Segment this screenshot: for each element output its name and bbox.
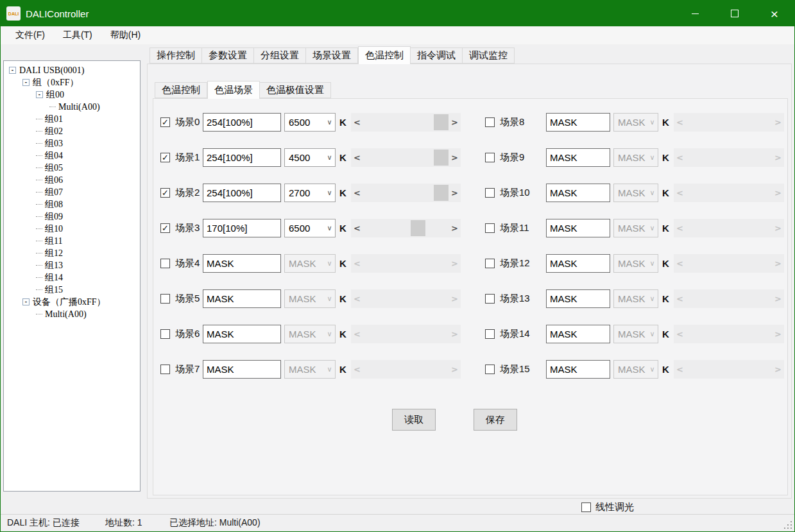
scroll-left-icon[interactable]: < bbox=[351, 184, 363, 202]
scene-brightness-scrollbar[interactable]: < > bbox=[351, 148, 461, 167]
scene-brightness-scrollbar[interactable]: < > bbox=[674, 184, 784, 202]
scene-checkbox[interactable] bbox=[485, 117, 495, 127]
scroll-right-icon[interactable]: > bbox=[449, 219, 461, 237]
scene-cct-dropdown[interactable]: MASK ∨ bbox=[284, 325, 336, 343]
scroll-left-icon[interactable]: < bbox=[351, 360, 363, 379]
tree-item[interactable]: 组07 bbox=[4, 186, 140, 198]
tab-参数设置[interactable]: 参数设置 bbox=[202, 47, 254, 64]
scene-checkbox[interactable] bbox=[485, 188, 495, 198]
scene-cct-dropdown[interactable]: 6500 ∨ bbox=[284, 219, 336, 237]
tree-item[interactable]: -组（0xFF） bbox=[4, 76, 140, 89]
scene-brightness-scrollbar[interactable]: < > bbox=[351, 184, 461, 202]
scene-level-input[interactable] bbox=[203, 113, 281, 132]
tree-item[interactable]: 组12 bbox=[4, 247, 140, 259]
scene-checkbox[interactable] bbox=[485, 259, 495, 268]
scroll-right-icon[interactable]: > bbox=[772, 325, 784, 343]
scrollbar-track[interactable] bbox=[686, 325, 772, 343]
tab-操作控制[interactable]: 操作控制 bbox=[150, 47, 202, 64]
scrollbar-track[interactable] bbox=[363, 148, 449, 167]
maximize-button[interactable] bbox=[715, 1, 755, 26]
scene-cct-dropdown[interactable]: MASK ∨ bbox=[613, 113, 658, 132]
scroll-left-icon[interactable]: < bbox=[351, 148, 363, 167]
scene-level-input[interactable] bbox=[546, 325, 610, 343]
scroll-left-icon[interactable]: < bbox=[351, 254, 363, 273]
scroll-left-icon[interactable]: < bbox=[674, 360, 686, 379]
scene-checkbox[interactable] bbox=[160, 259, 170, 268]
scroll-left-icon[interactable]: < bbox=[351, 325, 363, 343]
tree-item[interactable]: -DALI USB(0001) bbox=[4, 64, 140, 76]
scene-brightness-scrollbar[interactable]: < > bbox=[674, 289, 784, 308]
scene-brightness-scrollbar[interactable]: < > bbox=[351, 254, 461, 273]
scene-level-input[interactable] bbox=[546, 113, 610, 132]
scene-cct-dropdown[interactable]: MASK ∨ bbox=[613, 148, 658, 167]
tree-item[interactable]: 组02 bbox=[4, 125, 140, 137]
tab-色温控制[interactable]: 色温控制 bbox=[358, 46, 411, 64]
scene-checkbox[interactable] bbox=[485, 223, 495, 233]
scene-checkbox[interactable] bbox=[485, 365, 495, 374]
scroll-right-icon[interactable]: > bbox=[772, 113, 784, 132]
scrollbar-track[interactable] bbox=[363, 219, 449, 237]
close-button[interactable]: × bbox=[755, 1, 794, 26]
scroll-right-icon[interactable]: > bbox=[772, 219, 784, 237]
scroll-thumb[interactable] bbox=[411, 220, 425, 236]
scroll-left-icon[interactable]: < bbox=[674, 148, 686, 167]
scene-level-input[interactable] bbox=[203, 254, 281, 273]
linear-dimming-checkbox[interactable] bbox=[581, 502, 591, 512]
scroll-right-icon[interactable]: > bbox=[449, 254, 461, 273]
scene-level-input[interactable] bbox=[546, 289, 610, 308]
scene-checkbox[interactable] bbox=[485, 329, 495, 339]
scene-level-input[interactable] bbox=[203, 184, 281, 202]
scene-cct-dropdown[interactable]: MASK ∨ bbox=[613, 360, 658, 379]
tree-item[interactable]: -设备（广播0xFF） bbox=[4, 296, 140, 308]
scroll-right-icon[interactable]: > bbox=[772, 184, 784, 202]
scene-brightness-scrollbar[interactable]: < > bbox=[674, 254, 784, 273]
scene-checkbox[interactable]: ✓ bbox=[160, 153, 170, 162]
tree-expander-icon[interactable]: - bbox=[36, 91, 43, 98]
scene-level-input[interactable] bbox=[546, 219, 610, 237]
scroll-left-icon[interactable]: < bbox=[674, 184, 686, 202]
save-button[interactable]: 保存 bbox=[474, 409, 517, 431]
scroll-right-icon[interactable]: > bbox=[772, 289, 784, 308]
scroll-left-icon[interactable]: < bbox=[674, 219, 686, 237]
tree-item[interactable]: -组00 bbox=[4, 89, 140, 101]
scrollbar-track[interactable] bbox=[686, 254, 772, 273]
scene-checkbox[interactable] bbox=[160, 329, 170, 339]
tree-expander-icon[interactable]: - bbox=[22, 298, 30, 305]
scene-cct-dropdown[interactable]: 6500 ∨ bbox=[284, 113, 336, 132]
scene-cct-dropdown[interactable]: MASK ∨ bbox=[284, 360, 336, 379]
menu-item[interactable]: 文件(F) bbox=[6, 26, 54, 44]
scene-checkbox[interactable]: ✓ bbox=[160, 223, 170, 233]
tree-item[interactable]: 组06 bbox=[4, 174, 140, 186]
tree-item[interactable]: 组14 bbox=[4, 271, 140, 284]
scene-level-input[interactable] bbox=[203, 148, 281, 167]
scene-level-input[interactable] bbox=[203, 289, 281, 308]
scrollbar-track[interactable] bbox=[363, 325, 449, 343]
scene-checkbox[interactable] bbox=[160, 294, 170, 304]
scrollbar-track[interactable] bbox=[363, 289, 449, 308]
scrollbar-track[interactable] bbox=[363, 360, 449, 379]
tree-item[interactable]: 组01 bbox=[4, 113, 140, 125]
tree-item[interactable]: 组10 bbox=[4, 223, 140, 235]
scene-cct-dropdown[interactable]: MASK ∨ bbox=[613, 254, 658, 273]
scroll-right-icon[interactable]: > bbox=[449, 148, 461, 167]
tree-item[interactable]: 组03 bbox=[4, 137, 140, 150]
scroll-left-icon[interactable]: < bbox=[674, 254, 686, 273]
scene-checkbox[interactable] bbox=[485, 153, 495, 162]
scene-brightness-scrollbar[interactable]: < > bbox=[351, 113, 461, 132]
scene-level-input[interactable] bbox=[546, 184, 610, 202]
resize-grip[interactable] bbox=[791, 528, 792, 529]
scene-level-input[interactable] bbox=[203, 360, 281, 379]
menu-item[interactable]: 工具(T) bbox=[54, 26, 101, 44]
scrollbar-track[interactable] bbox=[363, 254, 449, 273]
scene-brightness-scrollbar[interactable]: < > bbox=[351, 289, 461, 308]
scene-checkbox[interactable] bbox=[160, 365, 170, 374]
scene-level-input[interactable] bbox=[546, 148, 610, 167]
tree-item[interactable]: 组08 bbox=[4, 198, 140, 210]
menu-item[interactable]: 帮助(H) bbox=[101, 26, 150, 44]
scene-cct-dropdown[interactable]: 2700 ∨ bbox=[284, 184, 336, 202]
scene-level-input[interactable] bbox=[203, 219, 281, 237]
tree-item[interactable]: Multi(A00) bbox=[4, 101, 140, 113]
scene-level-input[interactable] bbox=[546, 254, 610, 273]
scroll-right-icon[interactable]: > bbox=[449, 289, 461, 308]
scroll-left-icon[interactable]: < bbox=[674, 325, 686, 343]
